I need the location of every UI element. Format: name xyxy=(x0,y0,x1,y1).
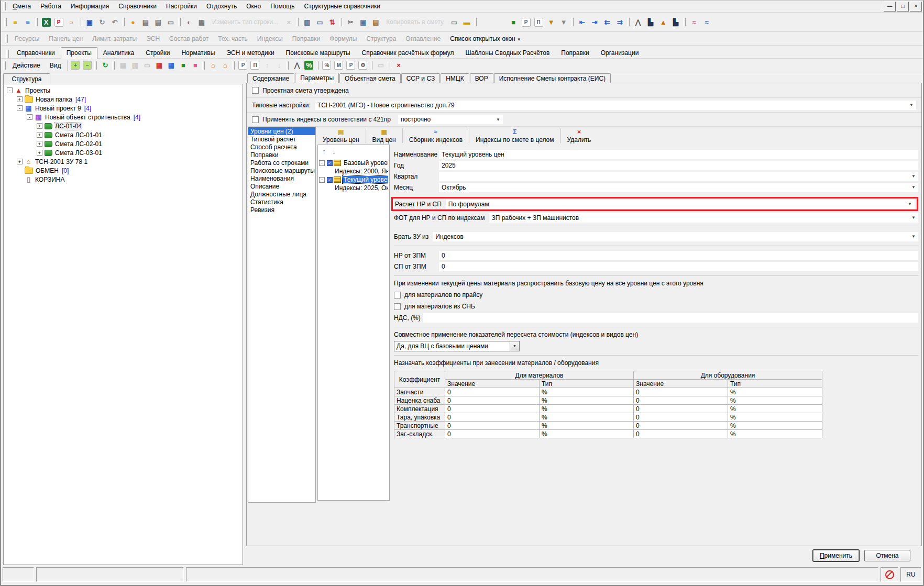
chevron-down-icon[interactable]: ▼ xyxy=(905,202,912,206)
toolbar-grip[interactable] xyxy=(316,61,318,70)
collapse-icon[interactable]: - xyxy=(17,105,23,111)
chevron-down-icon[interactable]: ▼ xyxy=(906,103,914,107)
module-tab-1[interactable]: Справочники xyxy=(11,47,61,58)
window-tab-6[interactable]: Тех. часть xyxy=(213,34,252,44)
toolbar-grip[interactable] xyxy=(296,18,299,26)
summary-estimate-icon[interactable]: ▦ xyxy=(165,60,177,71)
window-tab-4[interactable]: ЭСН xyxy=(141,34,164,44)
sp-zpm-field[interactable]: 0 xyxy=(439,262,918,271)
vat-field[interactable] xyxy=(423,313,918,323)
module-tab-4[interactable]: Стройки xyxy=(140,47,175,58)
m29-page-icon[interactable]: М xyxy=(333,60,345,71)
equipment-value-cell[interactable]: 0 xyxy=(634,413,728,422)
module-tab-2[interactable]: Проекты xyxy=(61,47,97,59)
filter-add-icon[interactable]: ▼ xyxy=(545,16,557,28)
toolbar-grip[interactable] xyxy=(94,61,97,70)
details-tab-6[interactable]: ВОР xyxy=(470,73,493,83)
tree-item[interactable]: +Смета ЛС-01-01 xyxy=(4,130,243,139)
toolbar-grip[interactable] xyxy=(683,18,686,26)
paste-page-icon[interactable]: ▬ xyxy=(460,16,473,28)
material-type-cell[interactable]: % xyxy=(540,430,634,438)
approved-checkbox[interactable] xyxy=(252,87,259,94)
move-level-down-icon[interactable]: ↓ xyxy=(332,147,336,156)
details-tab-3[interactable]: Объектная смета xyxy=(339,73,401,83)
recalculate-icon[interactable]: ◐ xyxy=(183,16,195,28)
expand-icon[interactable]: + xyxy=(37,150,42,156)
price-type-button[interactable]: ▦Вид цен xyxy=(367,127,401,145)
price-index-item[interactable]: Индексы: 2025, Октябрь xyxy=(319,184,388,192)
apply-button[interactable]: Применить xyxy=(813,550,859,561)
equipment-value-cell[interactable]: 0 xyxy=(634,396,728,405)
works-icon[interactable]: ⋀ xyxy=(632,16,644,28)
toolbar-grip[interactable] xyxy=(4,18,7,26)
expand-icon[interactable]: + xyxy=(37,132,42,138)
equipment-type-cell[interactable]: % xyxy=(728,388,822,396)
window-tab-8[interactable]: Поправки xyxy=(288,34,325,44)
move-level-up-icon[interactable]: ↑ xyxy=(322,147,326,156)
menu-item-8[interactable]: Помощь xyxy=(266,2,299,11)
window-tab-12[interactable]: Список открытых окон▼ xyxy=(445,34,525,44)
toolbar-grip[interactable] xyxy=(178,18,181,26)
toolbar-grip[interactable] xyxy=(627,18,630,26)
nav-item-5[interactable]: Работа со строками xyxy=(248,159,315,167)
toolbar-grip[interactable] xyxy=(571,18,574,26)
chevron-down-icon[interactable]: ▼ xyxy=(510,341,519,351)
window-tab-5[interactable]: Состав работ xyxy=(164,34,213,44)
nav-item-6[interactable]: Поисковые маршруты xyxy=(248,167,315,174)
house-add-icon[interactable]: ⌂ xyxy=(207,60,219,71)
refresh-tree-icon[interactable]: ↻ xyxy=(99,60,111,71)
module-tab-7[interactable]: Поисковые маршруты xyxy=(280,47,356,58)
toolbar-grip[interactable] xyxy=(202,61,205,70)
toolbar-grip[interactable] xyxy=(388,61,390,70)
sort-icon[interactable]: ⇅ xyxy=(326,16,338,28)
toolbar-grip[interactable] xyxy=(3,61,6,70)
toolbar-grip[interactable] xyxy=(286,61,289,70)
chevron-down-icon[interactable]: ▼ xyxy=(908,234,916,239)
price-level-button[interactable]: ▤Уровень цен xyxy=(317,127,365,145)
price-level-item[interactable]: -✓Базовый уровень цен xyxy=(319,159,388,167)
expand-icon[interactable]: + xyxy=(37,141,42,147)
cancel-button[interactable]: Отмена xyxy=(864,550,910,561)
estimate-indices-button[interactable]: ΣИндексы по смете в целом xyxy=(470,127,559,145)
equipment-value-cell[interactable]: 0 xyxy=(634,430,728,438)
green-book-icon[interactable]: ■ xyxy=(177,60,189,71)
material-value-cell[interactable]: 0 xyxy=(445,396,540,405)
typical-settings-combo[interactable]: ТСН-2001 (МГЭ) - Новое строительство доп… xyxy=(315,101,916,110)
page-p-icon[interactable]: Р xyxy=(237,60,249,71)
tree-item[interactable]: -▦Новый объект строительства[4] xyxy=(4,113,243,121)
move-up-icon[interactable]: ↑ xyxy=(261,60,273,71)
tree-item[interactable]: +ЛС-01-04 xyxy=(4,121,243,130)
close-window-icon[interactable]: × xyxy=(392,60,404,71)
paste-icon[interactable]: ▤ xyxy=(369,16,382,28)
quarter-combo[interactable]: ▼ xyxy=(439,172,918,181)
change-row-type-button[interactable]: Изменить тип строки... xyxy=(208,18,282,26)
fot-combo[interactable]: ЗП рабочих + ЗП машинистов▼ xyxy=(489,213,918,223)
zu-combo[interactable]: Индексов▼ xyxy=(433,232,918,241)
details-tab-1[interactable]: Содержание xyxy=(247,73,294,83)
save-icon[interactable]: ▣ xyxy=(83,16,96,28)
toolbar-grip[interactable] xyxy=(370,61,372,70)
joint-combo[interactable]: Да, для ВЦ с базовыми ценами ▼ xyxy=(394,341,520,351)
material-type-cell[interactable]: % xyxy=(540,405,634,413)
structure-tree-icon[interactable]: ≡ xyxy=(9,16,21,28)
menu-item-7[interactable]: Окно xyxy=(241,2,266,11)
delete-level-button[interactable]: ×Удалить xyxy=(562,127,597,145)
nr-zpm-field[interactable]: 0 xyxy=(439,251,918,260)
module-tab-10[interactable]: Поправки xyxy=(555,47,595,58)
name-field[interactable]: Текущий уровень цен xyxy=(439,150,918,159)
language-indicator[interactable]: RU xyxy=(900,567,921,582)
pink-book-icon[interactable]: ■ xyxy=(189,60,201,71)
equipment-type-cell[interactable]: % xyxy=(728,405,822,413)
toolbar-grip[interactable] xyxy=(79,18,81,26)
undo-icon[interactable]: ↶ xyxy=(108,16,121,28)
toolbar-grip[interactable] xyxy=(3,2,6,10)
details-tab-2[interactable]: Параметры xyxy=(295,73,339,83)
module-tab-3[interactable]: Аналитика xyxy=(97,47,140,58)
percent-page-icon[interactable]: % xyxy=(321,60,333,71)
year-field[interactable]: 2025 xyxy=(439,161,918,170)
collapse-icon[interactable]: - xyxy=(27,114,32,120)
equipment-value-cell[interactable]: 0 xyxy=(634,405,728,413)
expand-icon[interactable]: + xyxy=(17,159,23,164)
chevron-down-icon[interactable]: ▼ xyxy=(908,185,916,190)
page-pr-icon[interactable]: П xyxy=(532,16,545,28)
